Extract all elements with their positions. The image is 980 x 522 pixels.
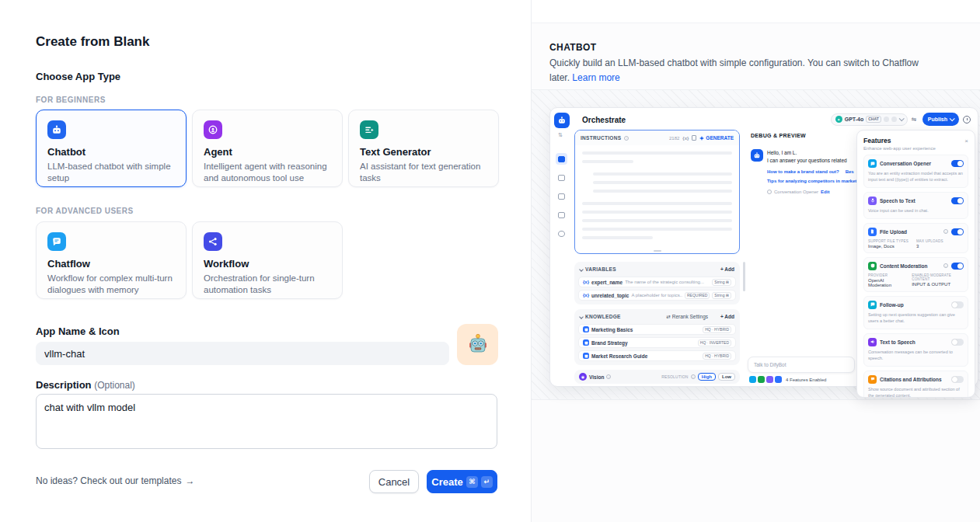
app-type-card-chatflow[interactable]: Chatflow Workflow for complex multi-turn… bbox=[36, 221, 187, 299]
card-desc: LLM-based chatbot with simple setup bbox=[47, 161, 175, 184]
retrieval-tag: HQ · HYBRID bbox=[703, 353, 731, 360]
dataset-icon bbox=[583, 339, 589, 346]
instructions-skeleton bbox=[575, 145, 739, 251]
chevron-down-icon bbox=[579, 267, 584, 272]
add-knowledge-button: + Add bbox=[720, 314, 734, 319]
knowledge-row: Marketing Basics HQ · HYBRID bbox=[578, 324, 736, 335]
card-desc: AI assistant for text generation tasks bbox=[360, 161, 487, 184]
app-name-input[interactable] bbox=[36, 342, 449, 365]
copy-icon bbox=[692, 135, 696, 141]
moderation-feature-icon bbox=[758, 376, 765, 383]
app-type-card-agent[interactable]: Agent Intelligent agent with reasoning a… bbox=[192, 110, 343, 187]
feature-item-speech-to-text: Speech to Text Voice input can be used i… bbox=[863, 192, 968, 219]
resolution-low-pill: Low bbox=[718, 373, 735, 381]
app-type-card-chatbot[interactable]: Chatbot LLM-based chatbot with simple se… bbox=[36, 110, 187, 187]
preview-pattern-background: ⇅ Orchestrate ✦ GPT-4o CHAT bbox=[532, 89, 980, 400]
variable-braces-icon: {x} bbox=[583, 293, 589, 298]
mock-features-panel: Features × Enhance web-app user experien… bbox=[856, 130, 975, 398]
description-textarea[interactable]: chat with vllm model bbox=[36, 394, 497, 449]
shield-icon bbox=[868, 262, 877, 270]
app-icon-picker[interactable] bbox=[457, 324, 498, 365]
model-setting-icon bbox=[891, 117, 897, 122]
follow-up-icon bbox=[868, 301, 877, 309]
cancel-button[interactable]: Cancel bbox=[369, 470, 419, 493]
required-tag: REQUIRED bbox=[685, 292, 710, 299]
toggle-on bbox=[951, 228, 964, 235]
templates-link[interactable]: No ideas? Check out our templates → bbox=[36, 475, 194, 486]
mock-nav-settings-icon bbox=[556, 228, 567, 239]
close-icon: × bbox=[964, 137, 968, 144]
app-type-card-workflow[interactable]: Workflow Orchestration for single-turn a… bbox=[192, 221, 343, 299]
variable-braces-icon: {x} bbox=[682, 136, 689, 141]
agent-icon bbox=[204, 120, 222, 139]
bot-avatar-icon bbox=[751, 149, 763, 162]
card-desc: Intelligent agent with reasoning and aut… bbox=[204, 161, 331, 184]
vision-eye-icon: ◉ bbox=[579, 373, 587, 381]
mock-debug-column: DEBUG & PREVIEW Hello, I am L. I can ans… bbox=[748, 130, 855, 386]
retrieval-tag: HQ · INVERTED bbox=[698, 339, 731, 346]
mock-variables-section: VARIABLES + Add {x} expert_name The name… bbox=[574, 262, 740, 304]
toggle-on bbox=[951, 197, 964, 204]
chatbot-icon bbox=[47, 120, 66, 139]
toggle-on bbox=[951, 263, 964, 270]
model-setting-icon bbox=[884, 117, 889, 122]
mock-nav-notes-icon bbox=[556, 209, 567, 221]
opener-feature-icon bbox=[749, 376, 756, 383]
app-type-card-text-generator[interactable]: Text Generator AI assistant for text gen… bbox=[348, 110, 499, 187]
card-title: Workflow bbox=[204, 258, 331, 270]
dataset-icon bbox=[583, 353, 589, 359]
mock-nav-image-icon bbox=[556, 172, 567, 183]
variable-row: {x} expert_name The name of the strategi… bbox=[578, 277, 736, 287]
preview-heading: CHATBOT bbox=[549, 42, 597, 53]
advanced-cards: Chatflow Workflow for complex multi-turn… bbox=[36, 221, 343, 299]
skeleton-line bbox=[593, 172, 732, 176]
enter-key-icon: ↵ bbox=[481, 476, 493, 488]
for-beginners-label: FOR BEGINNERS bbox=[36, 96, 106, 104]
conversation-opener-row: ◌ Conversation Opener Edit bbox=[767, 190, 856, 194]
toggle-off bbox=[951, 301, 964, 308]
create-app-modal: Create from Blank Choose App Type FOR BE… bbox=[0, 0, 980, 522]
citation-icon bbox=[868, 375, 877, 384]
variable-braces-icon: {x} bbox=[583, 280, 589, 284]
feature-item-text-to-speech: Text to Speech Conversation messages can… bbox=[863, 333, 968, 367]
card-title: Agent bbox=[204, 146, 331, 158]
speaker-icon bbox=[868, 338, 877, 346]
text-generator-icon bbox=[360, 120, 378, 139]
skeleton-line bbox=[582, 236, 653, 239]
mock-nav-icons bbox=[556, 153, 567, 239]
mock-publish-button: Publish bbox=[922, 113, 959, 126]
resize-handle bbox=[654, 250, 661, 252]
retrieval-tag: HQ · HYBRID bbox=[703, 326, 731, 333]
create-button[interactable]: Create ⌘ ↵ bbox=[427, 470, 497, 493]
mock-instructions-panel: INSTRUCTIONS i 2182 {x} GENERATE bbox=[574, 130, 740, 254]
add-variable-button: + Add bbox=[720, 266, 734, 272]
edit-link: Edit bbox=[821, 190, 829, 194]
toggle-off bbox=[951, 376, 964, 383]
mock-chat-message: Hello, I am L. I can answer your questio… bbox=[751, 149, 855, 194]
app-name-label: App Name & Icon bbox=[36, 325, 120, 337]
mock-vision-row: ◉ Vision i RESOLUTION i High Low bbox=[574, 370, 740, 384]
char-count: 2182 bbox=[669, 136, 679, 141]
chevron-down-icon bbox=[898, 116, 904, 121]
chevron-down-icon bbox=[950, 116, 955, 121]
mock-sidebar: ⇅ bbox=[550, 108, 574, 386]
opener-icon: ◌ bbox=[767, 190, 772, 194]
skeleton-line bbox=[582, 211, 732, 214]
variable-row: {x} unrelated_topic A placeholder for to… bbox=[578, 290, 736, 301]
model-provider-icon: ✦ bbox=[835, 116, 842, 123]
skeleton-line bbox=[582, 228, 732, 231]
knowledge-row: Market Research Guide HQ · HYBRID bbox=[578, 350, 736, 361]
toggle-off bbox=[951, 339, 964, 346]
enabled-features-row: 4 Features Enabled bbox=[749, 376, 826, 383]
upload-feature-icon bbox=[775, 376, 782, 383]
toggle-on bbox=[951, 160, 964, 167]
chatbot-preview-image: ⇅ Orchestrate ✦ GPT-4o CHAT bbox=[549, 107, 978, 387]
card-title: Text Generator bbox=[360, 146, 487, 158]
skeleton-line bbox=[582, 160, 633, 163]
card-title: Chatbot bbox=[47, 146, 175, 158]
debug-preview-title: DEBUG & PREVIEW bbox=[751, 133, 855, 138]
learn-more-link[interactable]: Learn more bbox=[572, 72, 619, 83]
conversation-opener-icon bbox=[868, 159, 877, 168]
chevron-down-icon bbox=[579, 315, 584, 319]
skeleton-line bbox=[582, 219, 732, 222]
